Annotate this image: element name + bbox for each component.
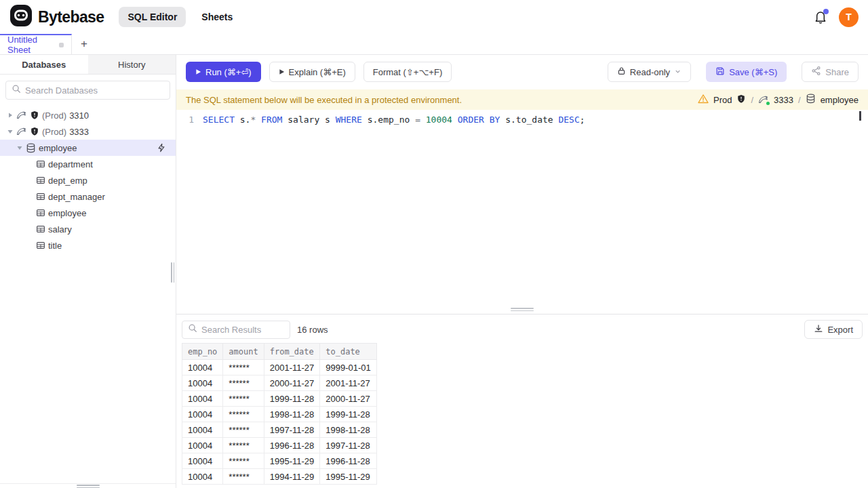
sql-token: = (415, 115, 420, 125)
sql-token: salary s (282, 115, 335, 125)
result-cell: 10004 (182, 360, 223, 375)
column-header-from_date[interactable]: from_date (264, 344, 320, 360)
sheet-tabbar: Untitled Sheet + (0, 34, 868, 55)
code-line: 1 SELECT s.* FROM salary s WHERE s.emp_n… (176, 113, 868, 126)
environment-shield-icon (30, 127, 39, 136)
results-search[interactable] (182, 321, 290, 339)
database-search[interactable] (5, 81, 170, 100)
sql-token (452, 115, 458, 125)
results-table: emp_noamountfrom_dateto_date 10004******… (182, 343, 377, 485)
result-cell: 1999-11-28 (264, 391, 320, 407)
nav-sheets[interactable]: Sheets (193, 7, 241, 27)
new-sheet-button[interactable]: + (72, 34, 96, 54)
result-row[interactable]: 10004******1995-11-291996-11-28 (182, 453, 377, 469)
run-button[interactable]: Run (⌘+⏎) (186, 62, 261, 82)
table-icon (36, 176, 45, 185)
warning-icon (698, 94, 709, 106)
result-cell: ****** (223, 407, 264, 422)
search-icon (188, 323, 197, 336)
result-row[interactable]: 10004******1996-11-281997-11-28 (182, 438, 377, 453)
table-name: dept_manager (48, 192, 105, 202)
results-header-row: emp_noamountfrom_dateto_date (182, 344, 377, 360)
sidebar-bottom-divider (0, 483, 176, 488)
sidebar-tabs: Databases History (0, 55, 176, 75)
result-row[interactable]: 10004******1999-11-282000-11-27 (182, 391, 377, 407)
sql-token (256, 115, 261, 125)
result-row[interactable]: 10004******2000-11-272001-11-27 (182, 375, 377, 391)
result-row[interactable]: 10004******1997-11-281998-11-28 (182, 422, 377, 438)
bytebase-logo-icon (9, 4, 33, 30)
share-icon (811, 66, 821, 78)
caret-icon (7, 112, 14, 119)
tree-table-employee[interactable]: employee (0, 205, 176, 221)
sidebar-resize-handle[interactable] (171, 262, 174, 283)
column-header-emp_no[interactable]: emp_no (182, 344, 223, 360)
column-header-amount[interactable]: amount (223, 344, 264, 360)
result-cell: 1995-11-29 (264, 453, 320, 469)
database-search-input[interactable] (25, 85, 164, 96)
database-icon (806, 94, 816, 106)
results-panel-resize-handle[interactable] (511, 308, 534, 311)
sql-token: s.emp_no (362, 115, 415, 125)
format-button[interactable]: Format (⇧+⌥+F) (363, 62, 452, 82)
result-cell: 10004 (182, 391, 223, 407)
caret-icon (16, 144, 23, 151)
sheet-tab-label: Untitled Sheet (7, 35, 53, 55)
play-icon (279, 68, 285, 75)
tab-databases[interactable]: Databases (0, 55, 88, 74)
share-button[interactable]: Share (802, 62, 859, 82)
result-cell: 10004 (182, 438, 223, 453)
sql-tokens: SELECT s.* FROM salary s WHERE s.emp_no … (203, 113, 585, 126)
readonly-mode-dropdown[interactable]: Read-only (608, 62, 691, 82)
header-nav: SQL Editor Sheets (119, 7, 241, 27)
result-cell: 9999-01-01 (320, 360, 377, 375)
result-cell: 10004 (182, 407, 223, 422)
notification-bell-icon[interactable] (813, 9, 828, 24)
result-cell: 1998-11-28 (320, 422, 377, 438)
table-icon (36, 192, 45, 201)
environment-label: (Prod) (42, 110, 66, 121)
result-cell: ****** (223, 360, 264, 375)
database-name: employee (39, 143, 77, 153)
tree-instance-3333[interactable]: (Prod)3333 (0, 123, 176, 140)
app-header: Bytebase SQL Editor Sheets T (0, 0, 868, 34)
tree-table-salary[interactable]: salary (0, 221, 176, 237)
result-row[interactable]: 10004******2001-11-279999-01-01 (182, 360, 377, 375)
result-row[interactable]: 10004******1994-11-291995-11-29 (182, 469, 377, 485)
results-body: 10004******2001-11-279999-01-0110004****… (182, 360, 377, 485)
sql-token: WHERE (336, 115, 362, 125)
sql-token: FROM (261, 115, 282, 125)
brand[interactable]: Bytebase (9, 4, 104, 30)
tree-table-dept_manager[interactable]: dept_manager (0, 188, 176, 205)
tab-history[interactable]: History (88, 55, 176, 74)
sql-token: SELECT (203, 115, 235, 125)
tree-instance-3310[interactable]: (Prod)3310 (0, 107, 176, 123)
tab-untitled-sheet[interactable]: Untitled Sheet (0, 34, 72, 54)
sidebar-bottom-resize-handle[interactable] (77, 485, 100, 488)
avatar[interactable]: T (839, 7, 859, 27)
sql-token: s.to_date (500, 115, 558, 125)
tree-database-employee[interactable]: employee (0, 140, 176, 156)
download-icon (814, 324, 823, 336)
sql-token: ; (580, 115, 585, 125)
result-cell: 10004 (182, 375, 223, 391)
tree-table-title[interactable]: title (0, 237, 176, 253)
nav-sql-editor[interactable]: SQL Editor (119, 7, 186, 27)
tree-table-dept_emp[interactable]: dept_emp (0, 172, 176, 188)
results-search-input[interactable] (201, 325, 284, 335)
instance-name: 3310 (69, 110, 89, 121)
sql-editor[interactable]: 1 SELECT s.* FROM salary s WHERE s.emp_n… (176, 110, 868, 314)
column-header-to_date[interactable]: to_date (320, 344, 377, 360)
result-cell: 1996-11-28 (320, 453, 377, 469)
environment-label: (Prod) (42, 127, 66, 137)
result-row[interactable]: 10004******1998-11-281999-11-28 (182, 407, 377, 422)
explain-button[interactable]: Explain (⌘+E) (269, 62, 355, 82)
tree-table-department[interactable]: department (0, 156, 176, 172)
play-icon (195, 68, 201, 75)
export-button[interactable]: Export (804, 320, 863, 339)
quick-connect-icon (157, 143, 166, 152)
table-icon (36, 208, 45, 218)
save-button[interactable]: Save (⌘+S) (706, 62, 787, 82)
main-panel: Run (⌘+⏎) Explain (⌘+E) Format (⇧+⌥+F) R… (176, 55, 868, 488)
result-cell: ****** (223, 469, 264, 485)
